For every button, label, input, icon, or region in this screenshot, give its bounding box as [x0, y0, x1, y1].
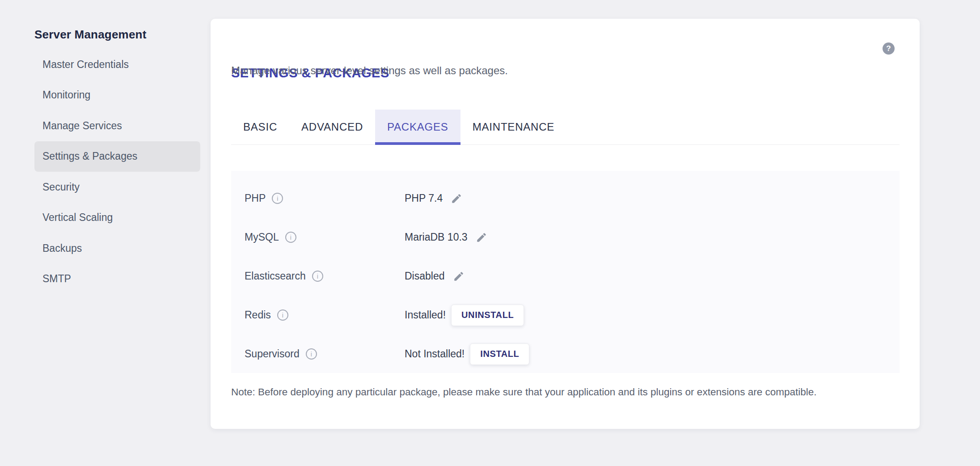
- settings-tabs: BASIC ADVANCED PACKAGES MAINTENANCE: [231, 110, 900, 145]
- help-icon[interactable]: ?: [883, 42, 895, 55]
- info-icon[interactable]: i: [285, 232, 296, 243]
- tab-advanced[interactable]: ADVANCED: [289, 110, 375, 144]
- package-row-php: PHP i PHP 7.4: [245, 179, 900, 218]
- info-icon[interactable]: i: [306, 348, 317, 360]
- info-icon[interactable]: i: [277, 309, 288, 321]
- package-value: PHP 7.4: [405, 192, 443, 204]
- sidebar-item-label: Security: [42, 181, 80, 193]
- package-row-elasticsearch: Elasticsearch i Disabled: [245, 257, 900, 296]
- package-label: Elasticsearch: [245, 270, 306, 282]
- package-row-supervisord: Supervisord i Not Installed! INSTALL: [245, 335, 900, 373]
- packages-panel: PHP i PHP 7.4 MySQL i MariaDB 10.3: [231, 171, 900, 373]
- server-management-page: Server Management Master Credentials Mon…: [0, 0, 980, 466]
- package-value: MariaDB 10.3: [405, 231, 468, 243]
- package-label: Redis: [245, 309, 271, 321]
- tab-maintenance[interactable]: MAINTENANCE: [460, 110, 566, 144]
- sidebar-item-backups[interactable]: Backups: [34, 233, 200, 264]
- compatibility-note: Note: Before deploying any particular pa…: [231, 386, 900, 399]
- package-row-mysql: MySQL i MariaDB 10.3: [245, 218, 900, 257]
- package-value: Installed!: [405, 309, 446, 321]
- sidebar-item-label: Backups: [42, 242, 82, 254]
- sidebar-item-vertical-scaling[interactable]: Vertical Scaling: [34, 203, 200, 233]
- sidebar-heading: Server Management: [34, 28, 147, 42]
- package-label: PHP: [245, 192, 266, 204]
- info-icon[interactable]: i: [272, 193, 283, 204]
- sidebar-item-security[interactable]: Security: [34, 172, 200, 203]
- tab-packages[interactable]: PACKAGES: [375, 110, 460, 144]
- sidebar-item-label: Master Credentials: [42, 59, 129, 71]
- package-label: MySQL: [245, 231, 279, 243]
- sidebar-item-settings-packages[interactable]: Settings & Packages: [34, 141, 200, 172]
- settings-card: SETTINGS & PACKAGES Manage various serve…: [211, 19, 920, 429]
- install-button[interactable]: INSTALL: [470, 343, 529, 365]
- uninstall-button[interactable]: UNINSTALL: [451, 305, 524, 326]
- sidebar-item-monitoring[interactable]: Monitoring: [34, 80, 200, 111]
- sidebar-item-label: Monitoring: [42, 89, 90, 101]
- sidebar-item-label: Settings & Packages: [42, 150, 137, 162]
- edit-icon[interactable]: [451, 193, 462, 204]
- sidebar-item-label: SMTP: [42, 273, 71, 285]
- package-row-redis: Redis i Installed! UNINSTALL: [245, 296, 900, 335]
- tab-basic[interactable]: BASIC: [231, 110, 289, 144]
- edit-icon[interactable]: [453, 271, 465, 282]
- edit-icon[interactable]: [476, 232, 487, 243]
- sidebar-nav: Master Credentials Monitoring Manage Ser…: [0, 49, 211, 294]
- sidebar: Server Management Master Credentials Mon…: [0, 0, 211, 466]
- sidebar-item-master-credentials[interactable]: Master Credentials: [34, 49, 200, 80]
- sidebar-item-label: Manage Services: [42, 120, 122, 132]
- sidebar-item-manage-services[interactable]: Manage Services: [34, 110, 200, 141]
- info-icon[interactable]: i: [312, 271, 323, 282]
- package-label: Supervisord: [245, 348, 300, 360]
- sidebar-item-smtp[interactable]: SMTP: [34, 264, 200, 295]
- sidebar-item-label: Vertical Scaling: [42, 212, 113, 224]
- page-subtitle: Manage various server-level settings as …: [231, 64, 508, 77]
- package-value: Not Installed!: [405, 348, 465, 360]
- package-value: Disabled: [405, 270, 445, 282]
